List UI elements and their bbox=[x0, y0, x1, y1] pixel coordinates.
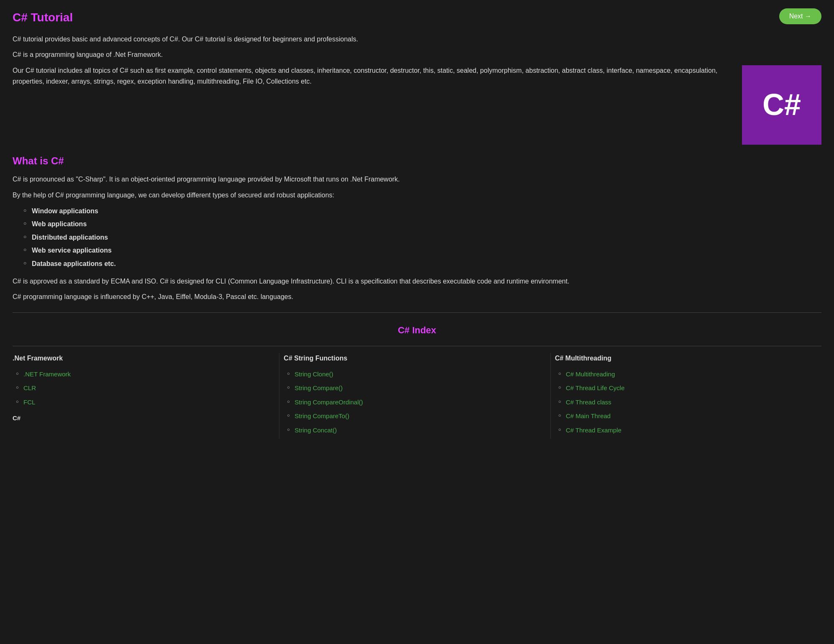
list-item: Window applications bbox=[25, 206, 821, 217]
what-is-csharp-title: What is C# bbox=[13, 153, 821, 169]
index-column-threading: C# Multithreading C# Multithreading C# T… bbox=[550, 353, 821, 439]
what-is-csharp-line2: By the help of C# programming language, … bbox=[13, 190, 821, 201]
string-link-3[interactable]: String CompareOrdinal() bbox=[294, 399, 363, 406]
list-item: C# Thread class bbox=[559, 397, 817, 408]
dotnet-links-list: .NET Framework CLR FCL bbox=[17, 369, 275, 408]
intro-line3: Our C# tutorial includes all topics of C… bbox=[13, 65, 734, 87]
next-button[interactable]: Next → bbox=[779, 8, 821, 24]
string-link-2[interactable]: String Compare() bbox=[294, 384, 343, 391]
list-item: CLR bbox=[17, 383, 275, 394]
list-item: FCL bbox=[17, 397, 275, 408]
what-is-csharp-line1: C# is pronounced as "C-Sharp". It is an … bbox=[13, 174, 821, 185]
threading-link-1[interactable]: C# Multithreading bbox=[566, 371, 615, 378]
list-item: String Concat() bbox=[288, 425, 546, 436]
csharp-logo-text: C# bbox=[762, 81, 801, 129]
string-link-1[interactable]: String Clone() bbox=[294, 371, 333, 378]
string-link-5[interactable]: String Concat() bbox=[294, 427, 337, 434]
csharp-logo: C# bbox=[742, 65, 821, 145]
dotnet-link-3[interactable]: FCL bbox=[23, 399, 35, 406]
page-title: C# Tutorial bbox=[13, 8, 73, 27]
list-item: Web service applications bbox=[25, 245, 821, 256]
section-divider bbox=[13, 312, 821, 313]
csharp-subsection-title: C# bbox=[13, 413, 275, 423]
string-link-4[interactable]: String CompareTo() bbox=[294, 412, 349, 419]
threading-link-4[interactable]: C# Main Thread bbox=[566, 412, 611, 419]
index-title: C# Index bbox=[13, 323, 821, 337]
dotnet-link-2[interactable]: CLR bbox=[23, 384, 36, 391]
list-item: String Clone() bbox=[288, 369, 546, 380]
list-item: String CompareTo() bbox=[288, 411, 546, 422]
string-links-list: String Clone() String Compare() String C… bbox=[288, 369, 546, 436]
list-item: C# Thread Life Cycle bbox=[559, 383, 817, 394]
dotnet-column-title: .Net Framework bbox=[13, 353, 275, 364]
intro-line2: C# is a programming language of .Net Fra… bbox=[13, 49, 821, 60]
dotnet-link-1[interactable]: .NET Framework bbox=[23, 371, 71, 378]
list-item: C# Thread Example bbox=[559, 425, 817, 436]
threading-link-2[interactable]: C# Thread Life Cycle bbox=[566, 384, 625, 391]
index-table: .Net Framework .NET Framework CLR FCL C#… bbox=[13, 346, 821, 439]
intro-line1: C# tutorial provides basic and advanced … bbox=[13, 34, 821, 45]
threading-column-title: C# Multithreading bbox=[555, 353, 817, 364]
string-column-title: C# String Functions bbox=[284, 353, 546, 364]
what-is-csharp-line4: C# programming language is influenced by… bbox=[13, 291, 821, 302]
list-item: Distributed applications bbox=[25, 232, 821, 243]
what-is-csharp-line3: C# is approved as a standard by ECMA and… bbox=[13, 276, 821, 287]
list-item: Database applications etc. bbox=[25, 258, 821, 269]
list-item: C# Main Thread bbox=[559, 411, 817, 422]
index-column-dotnet: .Net Framework .NET Framework CLR FCL C# bbox=[13, 353, 279, 439]
list-item: String CompareOrdinal() bbox=[288, 397, 546, 408]
index-column-string: C# String Functions String Clone() Strin… bbox=[279, 353, 550, 439]
list-item: .NET Framework bbox=[17, 369, 275, 380]
list-item: String Compare() bbox=[288, 383, 546, 394]
threading-link-3[interactable]: C# Thread class bbox=[566, 399, 611, 406]
list-item: Web applications bbox=[25, 219, 821, 230]
app-type-list: Window applications Web applications Dis… bbox=[25, 206, 821, 269]
threading-link-5[interactable]: C# Thread Example bbox=[566, 427, 622, 434]
list-item: C# Multithreading bbox=[559, 369, 817, 380]
threading-links-list: C# Multithreading C# Thread Life Cycle C… bbox=[559, 369, 817, 436]
